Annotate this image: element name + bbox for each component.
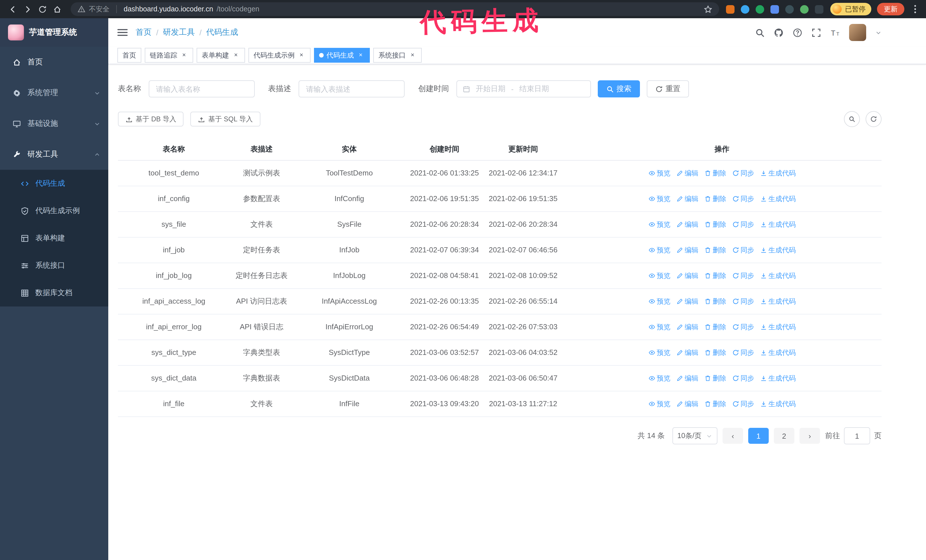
action-preview-link[interactable]: 预览 bbox=[648, 194, 670, 204]
action-delete-link[interactable]: 删除 bbox=[704, 322, 726, 332]
page-button-1[interactable]: 1 bbox=[748, 428, 769, 444]
tab-codegen-demo[interactable]: 代码生成示例× bbox=[248, 48, 310, 63]
action-sync-link[interactable]: 同步 bbox=[732, 245, 754, 255]
tab-close-icon[interactable]: × bbox=[357, 51, 365, 59]
action-preview-link[interactable]: 预览 bbox=[648, 219, 670, 229]
home-button[interactable] bbox=[50, 2, 64, 16]
fullscreen-icon[interactable] bbox=[811, 28, 821, 37]
action-delete-link[interactable]: 删除 bbox=[704, 373, 726, 383]
font-size-icon[interactable]: TT bbox=[830, 28, 840, 37]
breadcrumb-item-2[interactable]: 代码生成 bbox=[206, 27, 238, 38]
ext-6-icon[interactable] bbox=[800, 5, 809, 14]
breadcrumb-item-1[interactable]: 研发工具 bbox=[163, 27, 195, 38]
action-edit-link[interactable]: 编辑 bbox=[676, 168, 698, 178]
pagination-next-button[interactable]: › bbox=[799, 428, 820, 444]
import-db-button[interactable]: 基于 DB 导入 bbox=[118, 112, 184, 127]
tab-tracer[interactable]: 链路追踪× bbox=[145, 48, 193, 63]
action-preview-link[interactable]: 预览 bbox=[648, 168, 670, 178]
action-edit-link[interactable]: 编辑 bbox=[676, 270, 698, 281]
user-avatar[interactable] bbox=[849, 24, 866, 41]
action-edit-link[interactable]: 编辑 bbox=[676, 347, 698, 358]
browser-update-button[interactable]: 更新 bbox=[877, 3, 904, 15]
action-sync-link[interactable]: 同步 bbox=[732, 347, 754, 358]
ext-5-icon[interactable] bbox=[785, 5, 794, 14]
import-sql-button[interactable]: 基于 SQL 导入 bbox=[191, 112, 260, 127]
table-desc-input[interactable] bbox=[299, 80, 405, 97]
page-button-2[interactable]: 2 bbox=[774, 428, 794, 444]
tab-home[interactable]: 首页 bbox=[117, 48, 141, 63]
ext-4-icon[interactable] bbox=[770, 5, 779, 14]
bookmark-star-icon[interactable] bbox=[704, 5, 712, 14]
tab-close-icon[interactable]: × bbox=[298, 51, 306, 59]
action-generate-link[interactable]: 生成代码 bbox=[760, 245, 796, 255]
tab-close-icon[interactable]: × bbox=[409, 51, 416, 59]
action-generate-link[interactable]: 生成代码 bbox=[760, 347, 796, 358]
action-edit-link[interactable]: 编辑 bbox=[676, 194, 698, 204]
action-generate-link[interactable]: 生成代码 bbox=[760, 296, 796, 306]
app-logo[interactable]: 芋道管理系统 bbox=[0, 18, 108, 47]
action-sync-link[interactable]: 同步 bbox=[732, 322, 754, 332]
sidebar-item-devtools[interactable]: 研发工具 bbox=[0, 139, 108, 170]
goto-page-input[interactable] bbox=[844, 427, 870, 444]
action-generate-link[interactable]: 生成代码 bbox=[760, 270, 796, 281]
sidebar-item-home[interactable]: 首页 bbox=[0, 47, 108, 77]
action-preview-link[interactable]: 预览 bbox=[648, 399, 670, 409]
action-preview-link[interactable]: 预览 bbox=[648, 270, 670, 281]
github-icon[interactable] bbox=[774, 28, 784, 37]
action-delete-link[interactable]: 删除 bbox=[704, 270, 726, 281]
refresh-table-button[interactable] bbox=[865, 111, 882, 127]
page-size-select[interactable]: 10条/页 bbox=[672, 427, 717, 444]
action-sync-link[interactable]: 同步 bbox=[732, 373, 754, 383]
action-edit-link[interactable]: 编辑 bbox=[676, 399, 698, 409]
tab-close-icon[interactable]: × bbox=[180, 51, 188, 59]
action-edit-link[interactable]: 编辑 bbox=[676, 219, 698, 229]
action-edit-link[interactable]: 编辑 bbox=[676, 322, 698, 332]
back-button[interactable] bbox=[6, 2, 20, 16]
forward-button[interactable] bbox=[21, 2, 34, 16]
action-generate-link[interactable]: 生成代码 bbox=[760, 322, 796, 332]
action-delete-link[interactable]: 删除 bbox=[704, 347, 726, 358]
action-delete-link[interactable]: 删除 bbox=[704, 245, 726, 255]
action-delete-link[interactable]: 删除 bbox=[704, 296, 726, 306]
action-generate-link[interactable]: 生成代码 bbox=[760, 373, 796, 383]
action-delete-link[interactable]: 删除 bbox=[704, 168, 726, 178]
tab-codegen[interactable]: 代码生成× bbox=[314, 48, 370, 63]
help-icon[interactable] bbox=[793, 28, 802, 37]
sidebar-item-infra[interactable]: 基础设施 bbox=[0, 108, 108, 139]
action-sync-link[interactable]: 同步 bbox=[732, 296, 754, 306]
action-generate-link[interactable]: 生成代码 bbox=[760, 168, 796, 178]
reset-button[interactable]: 重置 bbox=[647, 80, 689, 97]
sidebar-item-codegen-demo[interactable]: 代码生成示例 bbox=[0, 197, 108, 225]
ext-7-icon[interactable] bbox=[815, 5, 823, 14]
hamburger-icon[interactable] bbox=[117, 29, 128, 36]
action-generate-link[interactable]: 生成代码 bbox=[760, 219, 796, 229]
action-sync-link[interactable]: 同步 bbox=[732, 399, 754, 409]
breadcrumb-item-0[interactable]: 首页 bbox=[136, 27, 151, 38]
action-preview-link[interactable]: 预览 bbox=[648, 373, 670, 383]
action-preview-link[interactable]: 预览 bbox=[648, 347, 670, 358]
table-name-input[interactable] bbox=[148, 80, 254, 97]
browser-menu-icon[interactable] bbox=[910, 4, 920, 14]
tab-close-icon[interactable]: × bbox=[232, 51, 240, 59]
pagination-prev-button[interactable]: ‹ bbox=[723, 428, 743, 444]
action-preview-link[interactable]: 预览 bbox=[648, 322, 670, 332]
action-edit-link[interactable]: 编辑 bbox=[676, 245, 698, 255]
action-generate-link[interactable]: 生成代码 bbox=[760, 194, 796, 204]
sidebar-item-codegen[interactable]: 代码生成 bbox=[0, 170, 108, 197]
action-sync-link[interactable]: 同步 bbox=[732, 168, 754, 178]
tab-api[interactable]: 系统接口× bbox=[373, 48, 422, 63]
action-sync-link[interactable]: 同步 bbox=[732, 270, 754, 281]
avatar-caret-icon[interactable] bbox=[875, 29, 882, 36]
sidebar-item-system[interactable]: 系统管理 bbox=[0, 77, 108, 108]
action-edit-link[interactable]: 编辑 bbox=[676, 296, 698, 306]
date-range-picker[interactable]: 开始日期 - 结束日期 bbox=[457, 80, 591, 97]
ext-2-icon[interactable] bbox=[741, 5, 749, 14]
action-delete-link[interactable]: 删除 bbox=[704, 194, 726, 204]
action-preview-link[interactable]: 预览 bbox=[648, 245, 670, 255]
search-button[interactable]: 搜索 bbox=[598, 80, 640, 97]
action-preview-link[interactable]: 预览 bbox=[648, 296, 670, 306]
action-sync-link[interactable]: 同步 bbox=[732, 219, 754, 229]
sidebar-item-db-doc[interactable]: 数据库文档 bbox=[0, 279, 108, 306]
profile-chip[interactable]: 已暂停 bbox=[830, 3, 871, 15]
reload-button[interactable] bbox=[35, 2, 49, 16]
